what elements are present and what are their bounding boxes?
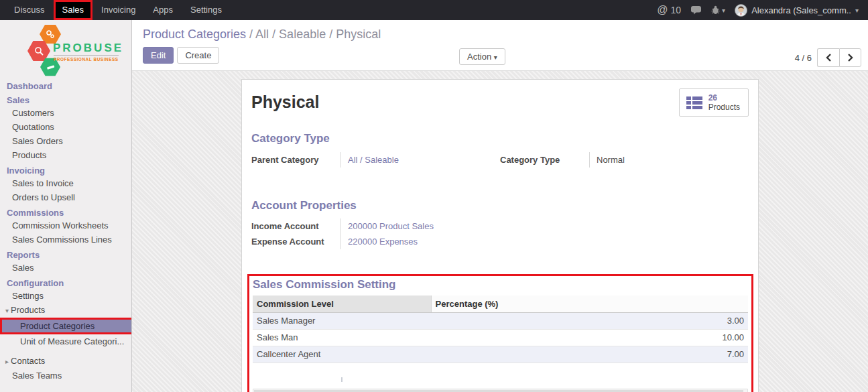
topbar-status: @ 10 ▾	[657, 0, 868, 20]
action-dropdown-button[interactable]: Action ▾	[459, 48, 505, 65]
sidebar-heading-commissions[interactable]: Commissions	[0, 208, 131, 218]
sidebar-item-commission-worksheets[interactable]: Commission Worksheets	[0, 218, 131, 233]
mention-count: 10	[671, 5, 682, 15]
commission-level-cell[interactable]: Sales Man	[253, 329, 431, 346]
user-caret-icon: ▾	[855, 7, 859, 14]
income-account-value[interactable]: 200000 Product Sales	[340, 218, 500, 234]
control-panel: Product Categories / All / Saleable / Ph…	[132, 20, 868, 71]
pager-value: 4 / 6	[795, 53, 812, 63]
breadcrumb-current: All / Saleable / Physical	[255, 27, 381, 41]
breadcrumb-parent-link[interactable]: Product Categories	[143, 27, 246, 41]
breadcrumb-separator: /	[246, 27, 255, 41]
table-row[interactable]: Callcenter Agent 7.00	[253, 346, 748, 363]
sidebar-item-orders-to-upsell[interactable]: Orders to Upsell	[0, 190, 131, 204]
category-type-value: Normal	[589, 152, 749, 168]
section-heading-sales-commission: Sales Commission Setting	[253, 278, 748, 291]
sidebar-item-uom-categories[interactable]: Unit of Measure Categori...	[0, 334, 131, 348]
expense-account-value[interactable]: 220000 Expenses	[340, 234, 500, 249]
products-label: Products	[708, 103, 740, 112]
horizontal-scrollbar[interactable]	[253, 389, 748, 392]
sidebar-item-sales-commissions-lines[interactable]: Sales Commissions Lines	[0, 233, 131, 247]
pager-next-button[interactable]	[839, 48, 861, 67]
pager: 4 / 6	[795, 48, 861, 67]
commission-table: Commission Level Percentage (%) Sales Ma…	[253, 296, 748, 363]
annotation-box-commission-section: Sales Commission Setting Commission Leve…	[247, 274, 753, 392]
parent-category-label: Parent Category	[251, 152, 340, 168]
breadcrumb: Product Categories / All / Saleable / Ph…	[143, 26, 868, 42]
topbar: Discuss Sales Invoicing Apps Settings @ …	[0, 0, 868, 20]
column-header-commission-level[interactable]: Commission Level	[253, 296, 431, 312]
stray-mark	[341, 377, 343, 382]
sidebar-item-products[interactable]: Products	[0, 148, 131, 162]
bug-icon	[711, 5, 720, 15]
chevron-down-icon: ▾	[494, 54, 497, 61]
chevron-left-icon	[826, 54, 832, 62]
sidebar-heading-sales[interactable]: Sales	[0, 95, 131, 106]
percentage-cell[interactable]: 10.00	[431, 329, 748, 346]
column-header-percentage[interactable]: Percentage (%)	[431, 296, 748, 312]
percentage-cell[interactable]: 7.00	[431, 346, 748, 363]
parent-category-value[interactable]: All / Saleable	[340, 152, 500, 168]
sidebar-item-contacts[interactable]: ▸Contacts	[0, 354, 131, 369]
sidebar: PROBUSE PROFESSIONAL BUSINESS Dashboard …	[0, 20, 132, 392]
menu-settings[interactable]: Settings	[182, 0, 231, 20]
table-row[interactable]: Sales Man 10.00	[253, 329, 748, 346]
mentions-counter[interactable]: @ 10	[657, 4, 681, 16]
probuse-logo: PROBUSE PROFESSIONAL BUSINESS	[0, 20, 131, 78]
menu-sales-annotated[interactable]: Sales	[54, 0, 93, 20]
products-count: 26	[708, 93, 740, 103]
logo-subtitle: PROFESSIONAL BUSINESS	[54, 55, 119, 62]
user-menu[interactable]: Alexandra (Sales_comm.. ▾	[735, 4, 859, 17]
sidebar-item-customers[interactable]: Customers	[0, 106, 131, 120]
app-menu: Discuss Sales Invoicing Apps Settings	[0, 0, 231, 20]
at-mention-icon: @	[657, 4, 668, 16]
record-title: Physical	[251, 92, 319, 112]
chevron-down-icon: ▾	[5, 307, 9, 314]
user-name: Alexandra (Sales_comm..	[751, 5, 851, 15]
pager-previous-button[interactable]	[817, 48, 839, 67]
edit-button[interactable]: Edit	[143, 47, 174, 64]
menu-discuss[interactable]: Discuss	[5, 0, 54, 20]
debug-caret-icon: ▾	[722, 7, 725, 14]
expense-account-label: Expense Account	[251, 234, 340, 249]
sidebar-item-sales-to-invoice[interactable]: Sales to Invoice	[0, 176, 131, 190]
sidebar-item-dashboard[interactable]: Dashboard	[0, 81, 131, 92]
sidebar-heading-configuration[interactable]: Configuration	[0, 278, 131, 289]
table-row[interactable]: Sales Manager 3.00	[253, 312, 748, 329]
commission-level-cell[interactable]: Sales Manager	[253, 312, 431, 329]
commission-level-cell[interactable]: Callcenter Agent	[253, 346, 431, 363]
chevron-right-icon	[847, 54, 853, 62]
products-stat-button[interactable]: 26 Products	[679, 88, 749, 117]
sidebar-item-quotations[interactable]: Quotations	[0, 120, 131, 134]
sidebar-item-reports-sales[interactable]: Sales	[0, 261, 131, 275]
chat-bubble-icon	[690, 5, 702, 15]
create-button[interactable]: Create	[177, 47, 219, 64]
menu-invoicing[interactable]: Invoicing	[92, 0, 144, 20]
section-heading-account-properties: Account Properties	[251, 199, 749, 212]
percentage-cell[interactable]: 3.00	[431, 312, 748, 329]
avatar	[735, 4, 747, 17]
logo-title: PROBUSE	[53, 42, 123, 55]
debug-menu-button[interactable]: ▾	[711, 5, 725, 15]
category-type-label: Category Type	[500, 152, 589, 168]
income-account-label: Income Account	[251, 218, 340, 234]
sidebar-item-sales-teams[interactable]: Sales Teams	[0, 369, 131, 383]
sidebar-heading-reports[interactable]: Reports	[0, 250, 131, 261]
form-sheet: Physical 26 Products Category Type	[241, 79, 759, 392]
sidebar-item-settings[interactable]: Settings	[0, 289, 131, 303]
messages-button[interactable]	[690, 5, 702, 15]
section-heading-category-type: Category Type	[251, 132, 749, 145]
sidebar-heading-invoicing[interactable]: Invoicing	[0, 166, 131, 176]
th-list-icon	[686, 96, 702, 109]
form-view-background: Physical 26 Products Category Type	[132, 71, 868, 392]
chevron-right-icon: ▸	[5, 358, 9, 365]
sidebar-item-sales-orders[interactable]: Sales Orders	[0, 134, 131, 148]
sidebar-item-config-products[interactable]: ▾Products	[0, 303, 131, 318]
sidebar-item-product-categories-annotated[interactable]: Product Categories	[0, 318, 132, 334]
menu-apps[interactable]: Apps	[144, 0, 182, 20]
main-area: Product Categories / All / Saleable / Ph…	[132, 20, 868, 392]
